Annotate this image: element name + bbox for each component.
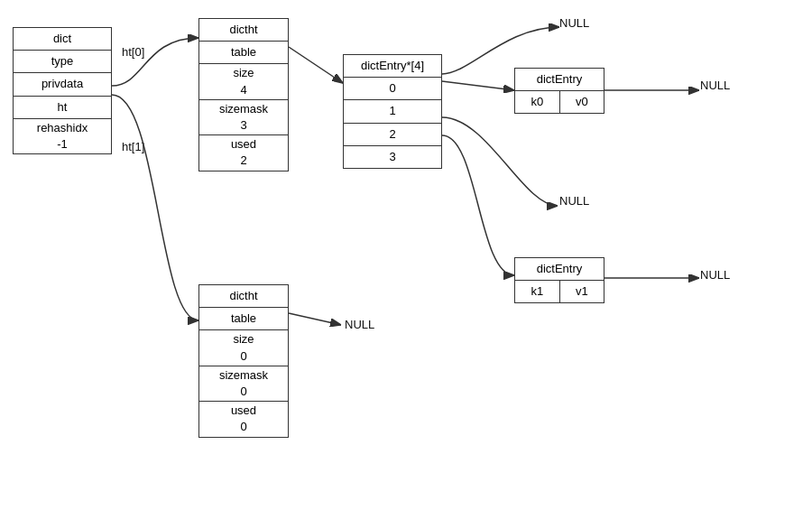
array-row-1: 1: [344, 100, 441, 123]
entry0-label: dictEntry: [515, 69, 604, 91]
dict-row-rehashidx: rehashidx-1: [14, 119, 111, 153]
dict-row-dict: dict: [14, 28, 111, 51]
dict-row-type: type: [14, 51, 111, 73]
entry1-v: v1: [560, 281, 604, 302]
entry1-label: dictEntry: [515, 258, 604, 281]
array-label: dictEntry*[4]: [344, 55, 441, 78]
dictht1-row-sizemask: sizemask0: [199, 366, 288, 402]
dictht0-row-size: size4: [199, 64, 288, 99]
array-row-3: 3: [344, 146, 441, 168]
dictht1-box: dictht table size0 sizemask0 used0: [198, 284, 289, 438]
ht1-label: ht[1]: [122, 140, 144, 153]
entry1-box: dictEntry k1 v1: [514, 257, 604, 303]
array-box: dictEntry*[4] 0 1 2 3: [343, 54, 442, 169]
ht0-label: ht[0]: [122, 45, 144, 59]
dictht0-row-sizemask: sizemask3: [199, 100, 288, 135]
null-entry0: NULL: [700, 79, 730, 92]
diagram: dict type privdata ht rehashidx-1 ht[0] …: [0, 0, 812, 519]
dictht1-row-used: used0: [199, 402, 288, 436]
null-middle: NULL: [559, 194, 589, 208]
dictht1-row-table: table: [199, 308, 288, 330]
null-top: NULL: [559, 16, 589, 30]
entry0-box: dictEntry k0 v0: [514, 68, 604, 114]
entry1-k: k1: [515, 281, 560, 302]
array-row-2: 2: [344, 124, 441, 146]
null-ht1-table: NULL: [345, 318, 374, 331]
array-row-0: 0: [344, 78, 441, 100]
dict-box: dict type privdata ht rehashidx-1: [13, 27, 112, 154]
dictht0-box: dictht table size4 sizemask3 used2: [198, 18, 289, 171]
entry0-v: v0: [560, 91, 604, 113]
dictht1-row-label: dictht: [199, 285, 288, 308]
dictht0-row-used: used2: [199, 135, 288, 170]
null-entry1: NULL: [700, 268, 730, 282]
dictht0-row-label: dictht: [199, 19, 288, 42]
dictht1-row-size: size0: [199, 330, 288, 366]
entry0-k: k0: [515, 91, 560, 113]
entry1-kv: k1 v1: [515, 281, 604, 302]
dict-row-privdata: privdata: [14, 73, 111, 96]
dict-row-ht: ht: [14, 97, 111, 119]
dictht0-row-table: table: [199, 42, 288, 64]
entry0-kv: k0 v0: [515, 91, 604, 113]
